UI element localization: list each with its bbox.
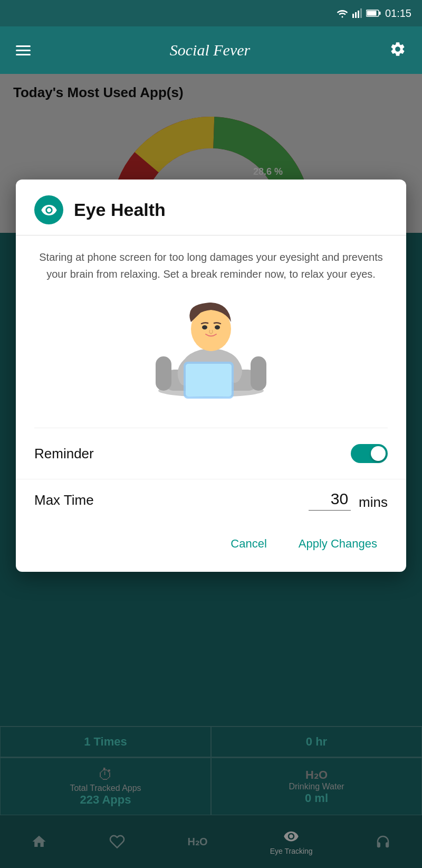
modal-overlay: Eye Health Staring at phone screen for t… — [0, 74, 422, 868]
app-header: Social Fever — [0, 26, 422, 74]
svg-rect-17 — [251, 356, 266, 391]
time-unit: mins — [359, 494, 388, 511]
time-value[interactable]: 30 — [311, 490, 348, 508]
illustration — [34, 293, 388, 399]
svg-rect-3 — [360, 8, 362, 18]
svg-rect-0 — [352, 14, 354, 18]
reminder-toggle[interactable] — [351, 444, 388, 463]
svg-rect-20 — [186, 364, 232, 397]
modal-description: Staring at phone screen for too long dam… — [34, 249, 388, 282]
battery-icon — [366, 9, 381, 17]
modal-description-area: Staring at phone screen for too long dam… — [16, 235, 406, 428]
time-underline — [309, 510, 351, 511]
svg-point-23 — [202, 325, 207, 329]
eye-health-icon — [34, 195, 63, 224]
status-time: 01:15 — [385, 7, 411, 20]
svg-rect-5 — [379, 12, 380, 15]
status-icons: 01:15 — [337, 7, 411, 20]
wifi-icon — [337, 8, 348, 18]
max-time-label: Max Time — [34, 492, 309, 508]
eye-health-modal: Eye Health Staring at phone screen for t… — [16, 180, 406, 572]
settings-button[interactable] — [389, 41, 406, 60]
svg-point-24 — [215, 325, 220, 329]
svg-rect-16 — [156, 356, 171, 391]
app-title: Social Fever — [170, 41, 250, 59]
status-bar: 01:15 — [0, 0, 422, 26]
time-input-area: 30 mins — [309, 490, 388, 511]
svg-rect-1 — [355, 12, 357, 18]
time-value-container: 30 — [309, 490, 351, 511]
modal-title: Eye Health — [74, 200, 166, 220]
cancel-button[interactable]: Cancel — [220, 532, 277, 556]
svg-rect-6 — [367, 11, 376, 16]
svg-rect-2 — [358, 11, 359, 18]
max-time-row: Max Time 30 mins — [16, 479, 406, 526]
signal-icon — [352, 8, 362, 18]
reminder-row: Reminder — [16, 428, 406, 479]
modal-actions: Cancel Apply Changes — [16, 526, 406, 561]
reminder-label: Reminder — [34, 446, 94, 462]
apply-changes-button[interactable]: Apply Changes — [288, 532, 388, 556]
menu-button[interactable] — [16, 45, 31, 55]
modal-header: Eye Health — [16, 180, 406, 235]
